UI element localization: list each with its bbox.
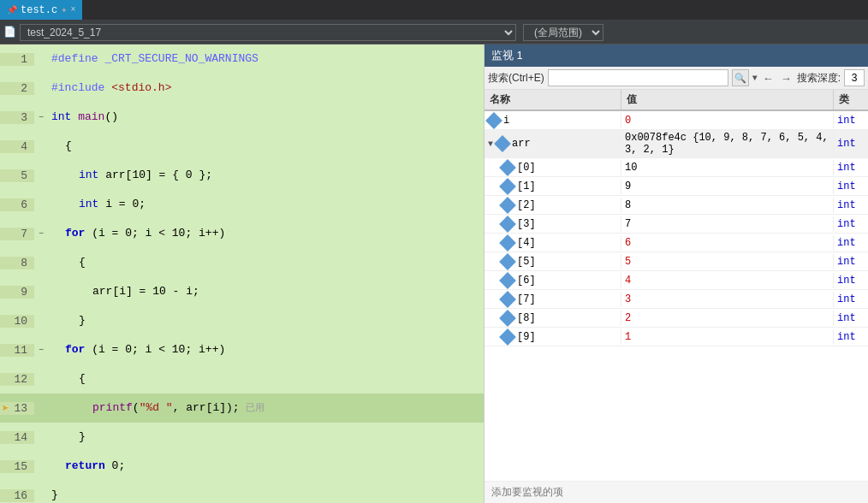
watch-row-arr-6[interactable]: [6] 4 int [485,271,868,290]
collapse-btn-3[interactable]: − [34,113,48,122]
watch-icon-arr-3 [499,216,516,233]
code-text-3: int main() [48,103,122,132]
code-text-16: } [48,481,62,503]
tab-separator: ✦ [61,3,67,16]
watch-row-arr-8[interactable]: [8] 2 int [485,309,868,328]
code-line-8: 8 { [0,248,484,277]
watch-row-i[interactable]: i 0 int [485,111,868,130]
line-num-1: 1 [0,53,34,66]
watch-depth-input[interactable] [844,69,865,86]
line-num-14: 14 [0,431,34,444]
watch-value-arr-2: 8 [621,198,834,213]
watch-row-arr-1[interactable]: [1] 9 int [485,177,868,196]
col-header-value: 值 [621,90,834,109]
watch-type-arr-2: int [834,198,868,213]
watch-row-arr-5[interactable]: [5] 5 int [485,252,868,271]
code-line-11: 11 − for (i = 0; i < 10; i++) [0,335,484,364]
code-line-7: 7 − for (i = 0; i < 10; i++) [0,219,484,248]
code-text-15: return 0; [62,452,128,481]
code-line-2: 2 #include <stdio.h> [0,74,484,103]
code-text-7: for (i = 0; i < 10; i++) [62,219,229,248]
watch-type-arr-0: int [834,160,868,175]
line-num-7: 7 [0,228,34,240]
watch-name-arr-4: [4] [485,235,621,251]
watch-search-btn[interactable]: 🔍 [732,69,749,86]
line-num-16: 16 [0,489,34,502]
code-text-2: #include <stdio.h> [48,74,175,103]
watch-type-arr-5: int [834,254,868,269]
watch-var-icon-arr [494,135,511,152]
tab-close-icon[interactable]: × [70,5,75,15]
watch-row-arr[interactable]: ▼ arr 0x0078fe4c {10, 9, 8, 7, 6, 5, 4, … [485,130,868,158]
add-watch-label[interactable]: 添加要监视的项 [485,481,868,503]
watch-value-arr-0: 10 [621,160,834,175]
line-num-10: 10 [0,315,34,328]
watch-row-arr-0[interactable]: [0] 10 int [485,158,868,177]
arr-expand-arrow[interactable]: ▼ [488,139,493,149]
code-line-6: 6 int i = 0; [0,190,484,219]
watch-value-arr-7: 3 [621,292,834,307]
watch-type-arr-6: int [834,273,868,288]
watch-row-arr-4[interactable]: [4] 6 int [485,234,868,252]
code-line-13: ➤ 13 printf("%d ", arr[i]); 已用 [0,394,484,423]
watch-forward-btn[interactable]: → [779,72,794,85]
watch-name-arr-9: [9] [485,329,621,345]
watch-icon-arr-2 [499,197,516,214]
code-text-14: } [75,423,89,452]
watch-type-arr-3: int [834,216,868,232]
watch-type-arr-1: int [834,179,868,194]
code-line-12: 12 { [0,364,484,394]
watch-name-arr-8: [8] [485,311,621,326]
watch-name-i: i [485,113,621,128]
watch-search-label: 搜索(Ctrl+E) [488,71,544,86]
watch-var-icon-i [485,112,502,129]
file-icon: 📄 [3,26,16,38]
collapse-btn-11[interactable]: − [34,346,48,355]
search-icon: 🔍 [734,73,746,84]
main-layout: 1 #define _CRT_SECURE_NO_WARNINGS 2 #inc… [0,44,868,503]
watch-value-arr-6: 4 [621,273,834,288]
scope-dropdown[interactable]: test_2024_5_17 [20,24,516,41]
watch-type-arr-4: int [834,235,868,251]
code-line-15: 15 return 0; [0,452,484,481]
code-line-16: 16 } [0,481,484,503]
col-header-type: 类 [834,90,868,109]
watch-type-i: int [834,113,868,128]
code-text-9: arr[i] = 10 - i; [89,277,203,306]
watch-back-btn[interactable]: ← [761,72,776,85]
line-num-5: 5 [0,169,34,182]
collapse-btn-7[interactable]: − [34,229,48,239]
file-tab[interactable]: 📌 test.c ✦ × [0,0,82,20]
tab-bar: 📌 test.c ✦ × [0,0,868,21]
code-text-4: { [62,132,75,161]
line-num-9: 9 [0,286,34,299]
code-text-13: printf("%d ", arr[i]); 已用 [89,394,268,423]
watch-name-arr-3: [3] [485,216,621,232]
watch-row-arr-9[interactable]: [9] 1 int [485,328,868,346]
line-num-11: 11 [0,344,34,357]
watch-search-input[interactable] [548,69,728,86]
line-num-3: 3 [0,111,34,124]
watch-name-arr-0: [0] [485,160,621,175]
toolbar: 📄 test_2024_5_17 (全局范围) [0,21,868,44]
code-line-4: 4 { [0,132,484,161]
watch-row-arr-3[interactable]: [3] 7 int [485,215,868,234]
line-num-12: 12 [0,373,34,386]
watch-value-arr-5: 5 [621,254,834,269]
code-text-8: { [75,248,89,277]
watch-value-arr-3: 7 [621,216,834,232]
watch-row-arr-7[interactable]: [7] 3 int [485,290,868,309]
line-num-4: 4 [0,140,34,153]
watch-type-arr-7: int [834,292,868,307]
watch-name-arr-6: [6] [485,273,621,288]
code-line-9: 9 arr[i] = 10 - i; [0,277,484,306]
watch-row-arr-2[interactable]: [2] 8 int [485,196,868,215]
watch-value-arr-9: 1 [621,329,834,345]
dropdown-arrow-icon: ▼ [752,74,758,83]
watch-value-arr-8: 2 [621,311,834,326]
line-num-2: 2 [0,82,34,95]
watch-icon-arr-7 [499,291,516,308]
watch-icon-arr-5 [499,253,516,270]
global-scope-select[interactable]: (全局范围) [523,24,603,41]
watch-depth-label: 搜索深度: [797,71,841,86]
